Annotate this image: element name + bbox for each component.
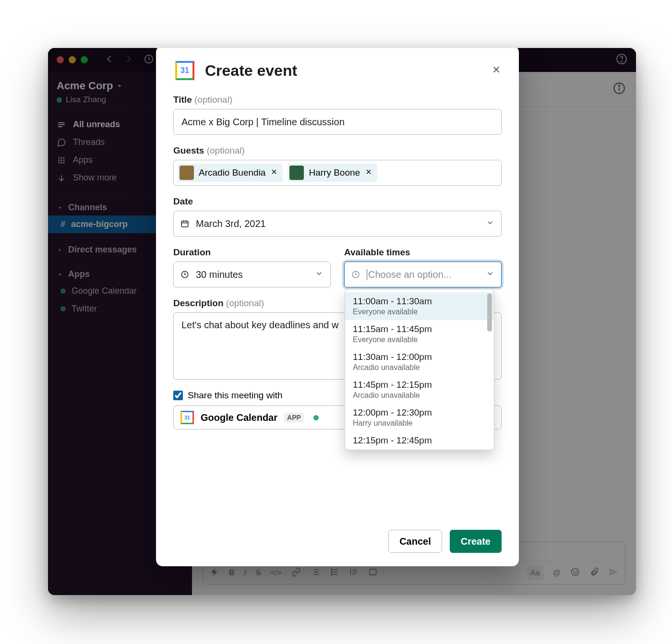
bold-icon[interactable]: B xyxy=(229,569,235,577)
time-option[interactable]: 11:45pm - 12:15pm Arcadio unavailable xyxy=(345,376,494,404)
svg-point-25 xyxy=(331,569,333,571)
link-icon[interactable] xyxy=(291,567,301,579)
svg-point-35 xyxy=(576,571,577,572)
guest-chip: Arcadio Buendia xyxy=(178,164,283,182)
caret-right-icon xyxy=(57,247,63,253)
maximize-window-icon[interactable] xyxy=(81,56,88,63)
attach-icon[interactable] xyxy=(589,567,599,579)
presence-indicator xyxy=(313,415,319,420)
calendar-icon xyxy=(180,219,189,228)
codeblock-icon[interactable] xyxy=(368,567,378,579)
scrollbar-thumb[interactable] xyxy=(487,293,492,332)
app-presence-icon xyxy=(60,306,66,311)
svg-rect-36 xyxy=(181,221,188,227)
help-icon[interactable] xyxy=(616,53,627,67)
time-option[interactable]: 12:00pm - 12:30pm Harry unavailable xyxy=(345,404,494,431)
workspace-name: Acme Corp xyxy=(57,80,113,92)
guest-chip: Harry Boone xyxy=(288,164,377,182)
share-checkbox[interactable] xyxy=(173,391,183,400)
close-window-icon[interactable] xyxy=(57,56,64,63)
event-title-input[interactable] xyxy=(173,109,502,135)
cancel-button[interactable]: Cancel xyxy=(388,530,442,553)
time-option[interactable]: 11:00am - 11:30am Everyone available xyxy=(345,292,494,320)
chevron-down-icon xyxy=(486,218,494,229)
minimize-window-icon[interactable] xyxy=(69,56,76,63)
svg-point-15 xyxy=(63,162,64,163)
modal-title: Create event xyxy=(205,62,297,80)
ordered-list-icon[interactable] xyxy=(311,567,320,579)
nav-forward-icon[interactable] xyxy=(123,54,134,66)
history-icon[interactable] xyxy=(144,54,154,66)
close-icon[interactable] xyxy=(491,64,502,77)
date-select[interactable]: March 3rd, 2021 xyxy=(173,211,502,237)
clock-icon xyxy=(351,270,360,279)
nav-back-icon[interactable] xyxy=(104,54,115,66)
quote-icon[interactable] xyxy=(349,567,359,579)
code-icon[interactable]: </> xyxy=(271,569,282,577)
send-icon[interactable] xyxy=(609,567,618,579)
svg-point-27 xyxy=(331,574,333,575)
avatar xyxy=(180,166,194,180)
channel-details-icon[interactable] xyxy=(613,82,625,96)
time-option[interactable]: 12:15pm - 12:45pm xyxy=(345,431,494,450)
svg-point-26 xyxy=(331,572,333,573)
svg-point-9 xyxy=(63,157,64,158)
emoji-icon[interactable] xyxy=(570,567,580,579)
google-calendar-icon: 31 xyxy=(180,411,194,424)
available-times-select[interactable]: Choose an option... 11:00am - 11:30am Ev… xyxy=(344,262,502,287)
caret-down-icon xyxy=(57,204,63,211)
mention-icon[interactable]: @ xyxy=(553,569,561,577)
app-presence-icon xyxy=(60,288,66,294)
chevron-down-icon xyxy=(486,269,494,280)
chevron-down-icon xyxy=(116,82,123,90)
create-event-modal: 31 Create event Title (optional) Guests … xyxy=(156,48,519,566)
svg-point-10 xyxy=(58,159,60,161)
svg-point-14 xyxy=(60,162,62,163)
strike-icon[interactable]: S xyxy=(256,569,261,577)
svg-point-34 xyxy=(574,571,575,572)
slack-window: Search Acme Sites Acme Corp Lisa Zhang A… xyxy=(48,48,636,595)
presence-indicator xyxy=(57,97,62,103)
google-calendar-icon: 31 xyxy=(173,59,196,82)
svg-point-7 xyxy=(58,157,60,158)
time-option[interactable]: 11:30am - 12:00pm Arcadio unavailable xyxy=(345,348,494,376)
svg-point-8 xyxy=(60,157,62,158)
share-label: Share this meeting with xyxy=(188,390,283,401)
remove-guest-icon[interactable] xyxy=(365,167,372,178)
svg-point-11 xyxy=(60,159,62,161)
formatting-toggle-icon[interactable]: Aa xyxy=(527,566,543,580)
window-controls xyxy=(57,56,88,63)
bullet-list-icon[interactable] xyxy=(330,567,339,579)
chevron-down-icon xyxy=(315,269,324,280)
app-badge: APP xyxy=(284,413,304,422)
svg-point-33 xyxy=(572,569,579,576)
create-button[interactable]: Create xyxy=(450,530,502,553)
svg-point-3 xyxy=(621,61,622,62)
guests-input[interactable]: Arcadio Buendia Harry Boone xyxy=(173,160,502,186)
svg-point-13 xyxy=(58,162,60,163)
duration-select[interactable]: 30 minutes xyxy=(173,262,331,287)
lightning-icon[interactable] xyxy=(210,567,219,579)
svg-rect-32 xyxy=(370,569,376,575)
time-options-dropdown: 11:00am - 11:30am Everyone available 11:… xyxy=(345,289,494,450)
remove-guest-icon[interactable] xyxy=(270,167,278,178)
hash-icon: # xyxy=(60,219,65,229)
caret-down-icon xyxy=(57,271,63,278)
time-option[interactable]: 11:15am - 11:45pm Everyone available xyxy=(345,320,494,348)
italic-icon[interactable]: I xyxy=(244,569,246,577)
user-name: Lisa Zhang xyxy=(66,95,106,105)
clock-icon xyxy=(180,270,189,279)
svg-point-18 xyxy=(619,85,620,86)
avatar xyxy=(289,166,304,180)
svg-point-12 xyxy=(63,159,64,161)
